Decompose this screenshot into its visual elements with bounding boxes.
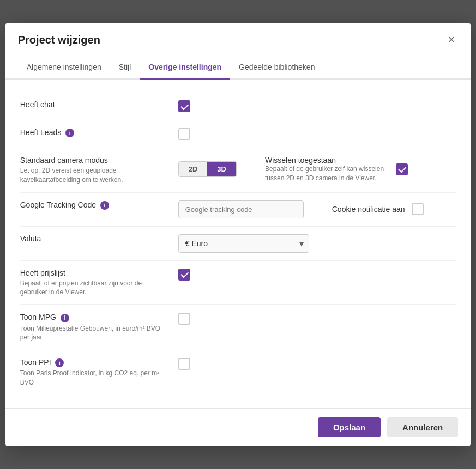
cancel-button[interactable]: Annuleren bbox=[387, 417, 458, 437]
close-button[interactable]: × bbox=[444, 33, 458, 47]
camera-modus-label: Standaard camera modus bbox=[20, 156, 108, 165]
heeft-leads-label: Heeft Leads bbox=[20, 128, 62, 137]
toon-mpg-info-icon[interactable]: i bbox=[61, 314, 69, 322]
tab-stijl[interactable]: Stijl bbox=[110, 56, 140, 80]
valuta-label: Valuta bbox=[20, 234, 41, 243]
toon-ppi-info-icon[interactable]: i bbox=[55, 358, 64, 367]
heeft-prijslijst-row: Heeft prijslijst Bepaalt of er prijzen z… bbox=[20, 261, 456, 306]
heeft-prijslijst-checkbox[interactable] bbox=[178, 269, 190, 281]
modal-header: Project wijzigen × bbox=[5, 23, 472, 56]
toon-mpg-row: Toon MPG i Toon Milieuprestatie Gebouwen… bbox=[20, 305, 456, 350]
valuta-select-wrap: € Euro $ Dollar £ Pound bbox=[178, 234, 309, 253]
camera-modus-row: Standaard camera modus Let op: 2D vereis… bbox=[20, 148, 456, 193]
google-tracking-label: Google Tracking Code bbox=[20, 200, 96, 209]
cookie-notificatie-label: Cookie notificatie aan bbox=[332, 205, 405, 214]
heeft-leads-info-icon[interactable]: i bbox=[65, 129, 74, 137]
wisselen-toegestaan-sublabel: Bepaalt of de gebruiker zelf kan wissele… bbox=[265, 165, 390, 183]
tab-overige[interactable]: Overige instellingen bbox=[140, 56, 230, 80]
google-tracking-row: Google Tracking Code i Cookie notificati… bbox=[20, 193, 456, 227]
toon-mpg-label: Toon MPG bbox=[20, 313, 56, 321]
camera-2d-button[interactable]: 2D bbox=[179, 162, 208, 176]
heeft-leads-row: Heeft Leads i bbox=[20, 120, 456, 148]
tab-gedeelde[interactable]: Gedeelde bibliotheken bbox=[230, 56, 323, 80]
google-tracking-input[interactable] bbox=[178, 200, 304, 218]
heeft-prijslijst-sublabel: Bepaalt of er prijzen zichtbaar zijn voo… bbox=[20, 279, 162, 297]
tab-algemene[interactable]: Algemene instellingen bbox=[18, 56, 110, 80]
tabs-bar: Algemene instellingen Stijl Overige inst… bbox=[5, 56, 472, 80]
heeft-chat-label: Heeft chat bbox=[20, 100, 55, 109]
heeft-chat-row: Heeft chat bbox=[20, 93, 456, 120]
toon-ppi-label: Toon PPI bbox=[20, 358, 51, 367]
modal-dialog: Project wijzigen × Algemene instellingen… bbox=[5, 23, 472, 446]
wisselen-toegestaan-checkbox[interactable] bbox=[396, 163, 408, 175]
camera-3d-button[interactable]: 3D bbox=[207, 162, 236, 176]
toon-mpg-sublabel: Toon Milieuprestatie Gebouwen, in euro/m… bbox=[20, 324, 162, 343]
cookie-notificatie-checkbox[interactable] bbox=[412, 203, 424, 215]
camera-modus-sublabel: Let op: 2D vereist een geüploade kavelka… bbox=[20, 166, 162, 185]
modal-title: Project wijzigen bbox=[18, 34, 100, 46]
toon-ppi-row: Toon PPI i Toon Paris Proof Indicator, i… bbox=[20, 350, 456, 395]
valuta-row: Valuta € Euro $ Dollar £ Pound bbox=[20, 227, 456, 261]
camera-toggle: 2D 3D bbox=[178, 161, 237, 177]
valuta-select[interactable]: € Euro $ Dollar £ Pound bbox=[178, 234, 309, 253]
heeft-leads-checkbox[interactable] bbox=[178, 128, 190, 140]
modal-body: Heeft chat Heeft Leads i Standaa bbox=[5, 80, 472, 408]
heeft-chat-checkbox[interactable] bbox=[178, 100, 190, 112]
wisselen-toegestaan-label: Wisselen toegestaan bbox=[265, 156, 336, 165]
toon-mpg-checkbox[interactable] bbox=[178, 313, 190, 325]
toon-ppi-sublabel: Toon Paris Proof Indicator, in kg CO2 eq… bbox=[20, 369, 162, 387]
toon-ppi-checkbox[interactable] bbox=[178, 358, 190, 370]
modal-overlay: Project wijzigen × Algemene instellingen… bbox=[0, 0, 476, 469]
heeft-prijslijst-label: Heeft prijslijst bbox=[20, 269, 65, 277]
save-button[interactable]: Opslaan bbox=[318, 417, 381, 437]
google-tracking-info-icon[interactable]: i bbox=[100, 201, 109, 210]
modal-footer: Opslaan Annuleren bbox=[5, 408, 472, 446]
